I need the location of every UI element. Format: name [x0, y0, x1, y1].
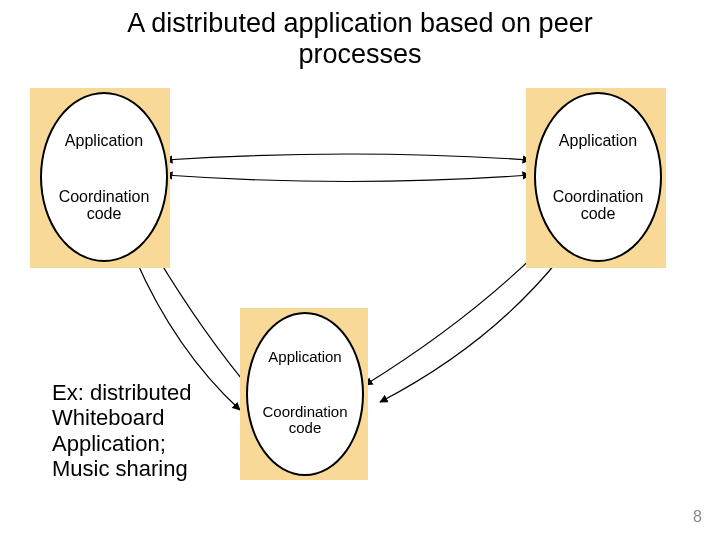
- page-number: 8: [693, 508, 702, 526]
- peer-coord-label: Coordination code: [536, 189, 660, 223]
- example-line: Whiteboard: [52, 405, 165, 430]
- example-line: Ex: distributed: [52, 380, 191, 405]
- slide-title: A distributed application based on peer …: [0, 8, 720, 70]
- peer-node: Application Coordination code: [534, 92, 662, 262]
- peer-app-label: Application: [248, 348, 362, 365]
- title-line2: processes: [298, 39, 421, 69]
- peer-node: Application Coordination code: [40, 92, 168, 262]
- title-line1: A distributed application based on peer: [127, 8, 592, 38]
- peer-node: Application Coordination code: [246, 312, 364, 476]
- example-line: Application;: [52, 431, 166, 456]
- example-text: Ex: distributed Whiteboard Application; …: [52, 380, 191, 481]
- example-line: Music sharing: [52, 456, 188, 481]
- peer-app-label: Application: [536, 132, 660, 150]
- peer-coord-label: Coordination code: [248, 404, 362, 436]
- peer-coord-label: Coordination code: [42, 189, 166, 223]
- peer-app-label: Application: [42, 132, 166, 150]
